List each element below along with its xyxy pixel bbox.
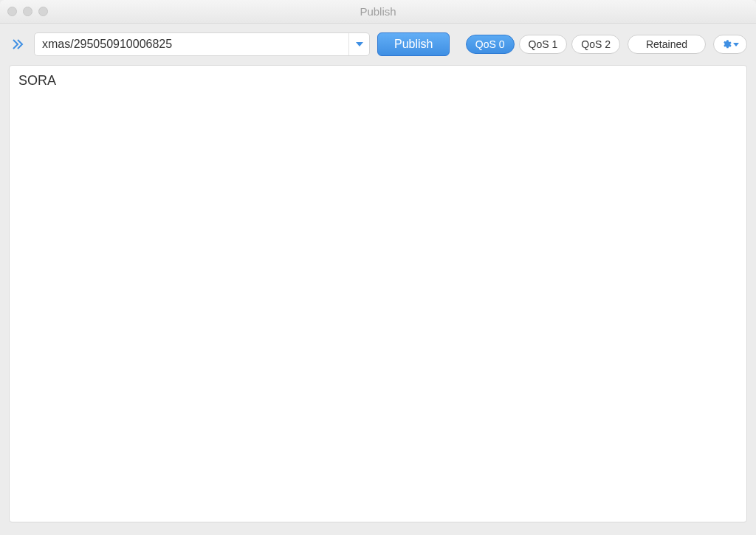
payload-textarea[interactable] [18,73,738,514]
qos-segmented-control: QoS 0 QoS 1 QoS 2 [466,35,620,54]
retained-toggle[interactable]: Retained [628,35,706,54]
window-controls [7,7,48,16]
window-titlebar: Publish [0,0,756,24]
payload-panel [9,65,747,522]
caret-down-icon [733,43,739,46]
caret-down-icon [356,42,363,46]
minimize-window-button[interactable] [23,7,32,16]
topic-dropdown-button[interactable] [348,33,369,55]
qos-2-button[interactable]: QoS 2 [571,35,620,54]
gear-icon [721,39,732,49]
window-title: Publish [7,5,749,18]
publish-button[interactable]: Publish [377,32,450,56]
qos-1-button[interactable]: QoS 1 [519,35,568,54]
qos-0-button[interactable]: QoS 0 [466,35,515,54]
chevron-double-right-icon [12,38,24,50]
collapse-sidebar-button[interactable] [9,34,27,55]
settings-button[interactable] [713,35,747,54]
topic-input[interactable] [35,33,348,55]
topic-combobox[interactable] [34,32,370,56]
publish-toolbar: Publish QoS 0 QoS 1 QoS 2 Retained [9,32,747,56]
zoom-window-button[interactable] [38,7,48,16]
close-window-button[interactable] [7,7,17,16]
